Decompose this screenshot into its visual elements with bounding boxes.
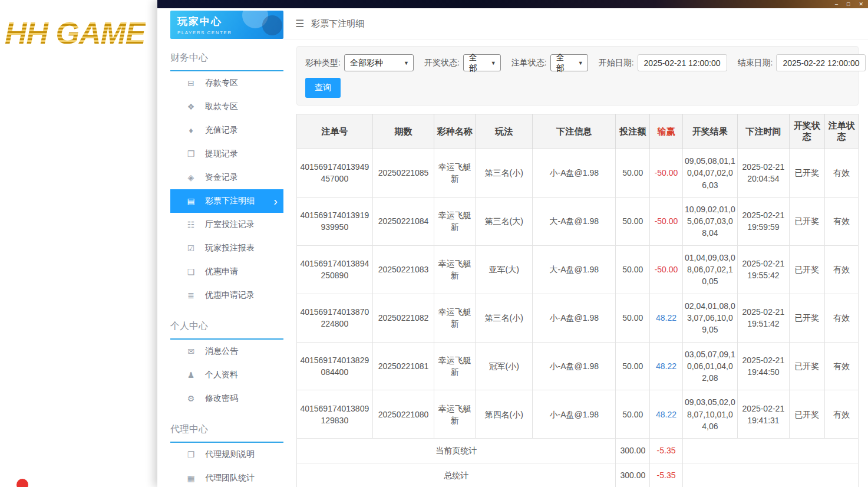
table-cell: 亚军(大) xyxy=(476,245,533,294)
column-header: 玩法 xyxy=(476,114,533,149)
summary-cell: 300.00 xyxy=(616,463,650,487)
column-header: 输赢 xyxy=(650,114,682,149)
sidebar-item-notice[interactable]: ✉消息公告 xyxy=(170,340,283,363)
funds-record-icon: ◈ xyxy=(186,173,196,182)
sidebar-item-recharge-record[interactable]: ♦充值记录 xyxy=(170,119,283,142)
table-cell: 第四名(小) xyxy=(476,390,533,439)
table-cell: 小-A盘@1.98 xyxy=(533,390,616,439)
sidebar-item-withdraw-record[interactable]: ❒提现记录 xyxy=(170,142,283,166)
table-cell: 50.00 xyxy=(616,197,650,245)
table-cell: 20250221083 xyxy=(372,245,434,294)
column-header: 期数 xyxy=(372,114,434,149)
table-body: 40156917401394945700020250221085幸运飞艇新第三名… xyxy=(297,149,859,487)
table-header-row: 注单号期数彩种名称玩法下注信息投注额输赢开奖结果下注时间开奖状态注单状态 xyxy=(297,114,859,149)
table-cell: 09,05,08,01,10,04,07,02,06,03 xyxy=(682,149,737,198)
sidebar-item-profile[interactable]: ♟个人资料 xyxy=(170,363,283,387)
summary-cell: 300.00 xyxy=(616,439,650,463)
table-cell: 2025-02-21 19:51:42 xyxy=(738,294,790,342)
sidebar-item-promo-apply[interactable]: ❏优惠申请 xyxy=(170,260,283,284)
sidebar-item-agent-team-stats[interactable]: ▦代理团队统计 xyxy=(170,466,283,487)
column-header: 开奖状态 xyxy=(789,114,824,149)
menu-icon[interactable]: ☰ xyxy=(295,18,304,30)
draw-status-value: 全部 xyxy=(469,52,485,74)
draw-status-label: 开奖状态: xyxy=(424,58,460,68)
sidebar: 玩家中心 PLAYERS CENTER 财务中心⊟存款专区❖取款专区♦充值记录❒… xyxy=(157,8,283,487)
table-cell: -50.00 xyxy=(650,245,682,294)
chevron-down-icon: ▼ xyxy=(578,60,583,66)
table-cell: 2025-02-21 19:55:42 xyxy=(738,245,790,294)
table-cell: 401569174013870224800 xyxy=(297,294,373,342)
brand-logo: HH GAME xyxy=(5,15,146,51)
sidebar-item-label: 消息公告 xyxy=(205,346,238,357)
table-cell: 有效 xyxy=(824,294,858,342)
bet-status-label: 注单状态: xyxy=(511,58,547,68)
table-row: 40156917401391993995020250221084幸运飞艇新第三名… xyxy=(297,197,859,245)
table-cell: 2025-02-21 20:04:54 xyxy=(738,149,790,198)
sidebar-item-withdraw[interactable]: ❖取款专区 xyxy=(170,95,283,119)
table-row: 40156917401389425089020250221083幸运飞艇新亚军(… xyxy=(297,245,859,294)
search-button[interactable]: 查询 xyxy=(305,78,341,98)
close-icon[interactable]: ✕ xyxy=(859,0,863,8)
draw-status-select[interactable]: 全部 ▼ xyxy=(463,54,501,71)
sidebar-section-title: 个人中心 xyxy=(170,318,283,340)
table-cell: 已开奖 xyxy=(789,342,824,390)
lottery-type-select[interactable]: 全部彩种 ▼ xyxy=(344,54,414,71)
sidebar-item-player-bet-report[interactable]: ☑玩家投注报表 xyxy=(170,236,283,260)
sidebar-item-promo-apply-record[interactable]: ≣优惠申请记录 xyxy=(170,284,283,307)
table-cell: 小-A盘@1.98 xyxy=(533,342,616,390)
lottery-type-label: 彩种类型: xyxy=(305,58,341,68)
sidebar-item-label: 存款专区 xyxy=(205,78,238,88)
table-cell: 10,09,02,01,05,06,07,03,08,04 xyxy=(682,197,737,245)
table-cell: 有效 xyxy=(824,390,858,439)
gear-icon: ⚙ xyxy=(186,394,196,403)
table-cell: 20250221082 xyxy=(372,294,434,342)
sidebar-item-label: 提现记录 xyxy=(205,149,238,159)
minimize-icon[interactable]: – xyxy=(835,0,838,8)
maximize-icon[interactable]: □ xyxy=(847,0,850,8)
logo-area: HH GAME xyxy=(0,0,157,487)
sidebar-item-label: 厅室投注记录 xyxy=(205,219,255,230)
sidebar-item-room-bet-record[interactable]: ☷厅室投注记录 xyxy=(170,213,283,236)
bet-status-select[interactable]: 全部 ▼ xyxy=(550,54,588,71)
table-cell: 20250221080 xyxy=(372,390,434,439)
table-cell: 50.00 xyxy=(616,390,650,439)
table-cell: 2025-02-21 19:44:50 xyxy=(738,342,790,390)
table-cell: 50.00 xyxy=(616,149,650,198)
end-date-input[interactable] xyxy=(776,54,866,71)
table-cell: 已开奖 xyxy=(789,149,824,198)
table-cell: 大-A盘@1.98 xyxy=(533,197,616,245)
table-cell: 48.22 xyxy=(650,294,682,342)
sidebar-item-label: 彩票下注明细 xyxy=(205,196,255,206)
sidebar-item-agent-rules[interactable]: ❐代理规则说明 xyxy=(170,443,283,466)
table-cell: 幸运飞艇新 xyxy=(434,390,476,439)
table-cell: 已开奖 xyxy=(789,294,824,342)
withdraw-record-icon: ❒ xyxy=(186,149,196,159)
table-cell: 幸运飞艇新 xyxy=(434,342,476,390)
table-cell: 小-A盘@1.98 xyxy=(533,149,616,198)
summary-row: 当前页统计300.00-5.35 xyxy=(297,439,859,463)
user-icon: ♟ xyxy=(186,370,196,380)
table-cell: 02,04,01,08,03,07,06,10,09,05 xyxy=(682,294,737,342)
sidebar-section-title: 代理中心 xyxy=(170,421,283,443)
table-cell: -50.00 xyxy=(650,197,682,245)
start-date-label: 开始日期: xyxy=(599,58,634,68)
sidebar-item-change-password[interactable]: ⚙修改密码 xyxy=(170,387,283,410)
table-cell: 有效 xyxy=(824,149,858,198)
bet-report-icon: ☑ xyxy=(186,244,196,253)
summary-cell: 总统计 xyxy=(297,463,616,487)
sidebar-item-funds-record[interactable]: ◈资金记录 xyxy=(170,166,283,189)
start-date-input[interactable] xyxy=(638,54,727,71)
lottery-type-value: 全部彩种 xyxy=(350,58,383,68)
main-header: ☰ 彩票下注明细 xyxy=(283,8,868,40)
column-header: 下注信息 xyxy=(533,114,616,149)
sidebar-item-label: 代理团队统计 xyxy=(205,473,255,483)
sidebar-item-deposit[interactable]: ⊟存款专区 xyxy=(170,71,283,95)
sidebar-item-label: 资金记录 xyxy=(205,172,238,183)
sidebar-item-label: 优惠申请 xyxy=(205,266,238,277)
table-cell: 已开奖 xyxy=(789,390,824,439)
summary-row: 总统计300.00-5.35 xyxy=(297,463,859,487)
sidebar-item-lottery-bet-detail[interactable]: ▤彩票下注明细› xyxy=(170,189,283,213)
sidebar-header: 玩家中心 PLAYERS CENTER xyxy=(170,11,283,39)
table-cell: 401569174013919939950 xyxy=(297,197,373,245)
window-titlebar: – □ ✕ xyxy=(157,0,868,8)
